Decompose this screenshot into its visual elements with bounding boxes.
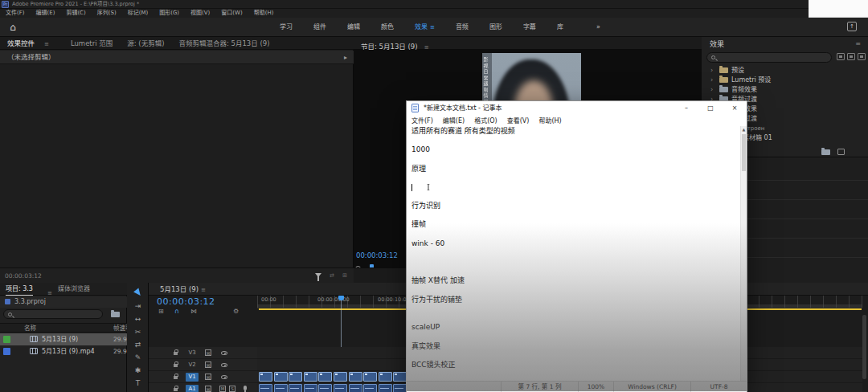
- timeline-scrollbar[interactable]: [862, 315, 866, 379]
- new-custom-bin-icon[interactable]: [821, 149, 830, 155]
- notepad-menu-item-4[interactable]: 帮助(H): [534, 116, 566, 126]
- menu-item-7[interactable]: 窗口(W): [215, 9, 248, 18]
- maximize-button[interactable]: □: [698, 101, 723, 116]
- track-select-forward-tool-icon[interactable]: ⇥: [127, 300, 149, 312]
- track-header-V3[interactable]: V3⊠: [149, 347, 257, 359]
- audio-clip-segment[interactable]: [393, 384, 407, 392]
- audio-clip-segment[interactable]: [259, 384, 272, 392]
- workspace-tab-库[interactable]: 库: [547, 18, 574, 37]
- home-icon[interactable]: ⌂: [6, 21, 19, 34]
- notepad-text-area[interactable]: 适用所有的赛道 所有类型的视频 1000 原理 I 行为识别 撞帧 wink -…: [407, 126, 740, 381]
- chevron-right-icon[interactable]: ›: [710, 85, 713, 95]
- audio-clip-segment[interactable]: [289, 384, 302, 392]
- track-name[interactable]: V1: [186, 373, 199, 382]
- track-header-V1[interactable]: V1⊠: [149, 371, 257, 383]
- filter-funnel-icon[interactable]: [315, 273, 321, 277]
- menu-item-5[interactable]: 图形(G): [154, 9, 185, 18]
- minimize-button[interactable]: –: [674, 101, 698, 116]
- sync-lock-icon[interactable]: ⊠: [205, 349, 211, 356]
- effect-controls-tab-1[interactable]: Lumetri 范围: [63, 37, 120, 49]
- audio-clip-segment[interactable]: [363, 384, 377, 392]
- hand-tool-icon[interactable]: ✱: [127, 364, 149, 377]
- linked-selection-icon[interactable]: ⋈: [190, 308, 197, 315]
- notepad-menu-item-2[interactable]: 格式(O): [469, 116, 502, 126]
- audio-clip-segment[interactable]: [379, 384, 392, 392]
- audio-clip-segment[interactable]: [318, 384, 332, 392]
- audio-clip-segment[interactable]: [334, 384, 347, 392]
- scroll-up-icon[interactable]: ▲: [741, 126, 747, 133]
- track-header-V2[interactable]: V2⊠: [149, 359, 257, 371]
- track-name[interactable]: V2: [186, 361, 199, 370]
- sync-lock-icon[interactable]: ⊠: [205, 361, 211, 368]
- 32bit-color-icon[interactable]: [847, 53, 855, 60]
- ripple-edit-tool-icon[interactable]: ↔: [127, 312, 149, 325]
- menu-item-1[interactable]: 编辑(E): [31, 9, 61, 18]
- effects-tree-row[interactable]: ›音频效果: [702, 85, 868, 95]
- notepad-menu-item-3[interactable]: 查看(V): [502, 116, 534, 126]
- notepad-menu-item-1[interactable]: 编辑(E): [438, 116, 469, 126]
- slip-tool-icon[interactable]: ⇄: [127, 338, 149, 351]
- tab-media-browser[interactable]: 媒体浏览器: [58, 283, 90, 296]
- scrollbar-thumb[interactable]: [742, 134, 746, 171]
- menu-item-3[interactable]: 序列(S): [92, 9, 122, 18]
- project-row[interactable]: 5月13日 (9).mp429.97: [0, 345, 127, 357]
- solo-button[interactable]: S: [229, 386, 235, 392]
- audio-clip-segment[interactable]: [274, 384, 288, 392]
- effects-search-input[interactable]: [706, 52, 832, 63]
- close-button[interactable]: ×: [723, 101, 747, 116]
- lock-icon[interactable]: [174, 388, 178, 391]
- timeline-settings-wrench-icon[interactable]: ⚙: [233, 308, 239, 315]
- tab-project[interactable]: 项目: 3.3: [6, 283, 33, 296]
- menu-item-2[interactable]: 剪辑(C): [60, 9, 91, 18]
- notepad-menu-item-0[interactable]: 文件(F): [407, 116, 438, 126]
- track-name[interactable]: A1: [186, 385, 199, 392]
- chevron-right-icon[interactable]: ›: [710, 66, 713, 76]
- track-output-eye-icon[interactable]: [221, 375, 227, 379]
- audio-clip-segment[interactable]: [349, 384, 362, 392]
- workspace-tab-图形[interactable]: 图形: [479, 18, 513, 37]
- delete-icon[interactable]: [837, 149, 845, 155]
- voiceover-mic-icon[interactable]: [244, 386, 247, 390]
- track-output-eye-icon[interactable]: [221, 351, 227, 355]
- video-clip-segment[interactable]: [274, 372, 288, 382]
- menu-item-6[interactable]: 视图(V): [185, 9, 215, 18]
- effects-tree-row[interactable]: ›预设: [702, 66, 868, 76]
- video-clip-segment[interactable]: [334, 372, 347, 382]
- notepad-title-bar[interactable]: *新建文本文档.txt - 记事本 –□×: [407, 101, 747, 116]
- menu-item-8[interactable]: 帮助(H): [248, 9, 280, 18]
- sync-lock-icon[interactable]: ⊠: [205, 386, 211, 392]
- workspace-tab-效果[interactable]: 效果≡: [404, 18, 445, 37]
- keyframe-icon[interactable]: ⇄: [330, 268, 334, 284]
- project-search-input[interactable]: [3, 309, 103, 319]
- video-clip-segment[interactable]: [318, 372, 332, 382]
- effects-tree-row[interactable]: ›Lumetri 预设: [702, 76, 868, 85]
- mute-button[interactable]: M: [219, 386, 226, 392]
- sync-lock-icon[interactable]: ⊠: [205, 374, 211, 380]
- video-clip-segment[interactable]: [259, 372, 272, 382]
- pen-tool-icon[interactable]: ✎: [127, 351, 149, 364]
- add-marker-icon[interactable]: ⊞: [158, 308, 164, 315]
- video-clip-segment[interactable]: [289, 372, 302, 382]
- new-bin-icon[interactable]: [111, 312, 120, 317]
- video-clip-segment[interactable]: [304, 372, 317, 382]
- track-output-eye-icon[interactable]: [221, 363, 227, 367]
- panel-menu-icon[interactable]: ≡: [855, 39, 861, 50]
- accelerated-effects-icon[interactable]: [837, 53, 845, 60]
- video-clip-segment[interactable]: [349, 372, 362, 382]
- label-color-swatch[interactable]: [3, 336, 10, 343]
- notepad-scrollbar[interactable]: ▲: [740, 126, 747, 381]
- playhead-head[interactable]: [338, 296, 344, 300]
- workspace-tab-音频[interactable]: 音频: [445, 18, 479, 37]
- workspace-tab-颜色[interactable]: 颜色: [371, 18, 404, 37]
- yuv-effects-icon[interactable]: [858, 53, 866, 60]
- menu-item-4[interactable]: 标记(M): [122, 9, 154, 18]
- panel-menu-icon[interactable]: ≡: [430, 24, 435, 31]
- workspace-tab-编辑[interactable]: 编辑: [337, 18, 371, 37]
- chevron-right-icon[interactable]: ›: [710, 76, 713, 85]
- timeline-sequence-tab[interactable]: 5月13日 (9)≡: [160, 283, 206, 296]
- video-clip-segment[interactable]: [393, 372, 407, 382]
- effect-controls-tab-0[interactable]: 效果控件≡: [0, 37, 63, 49]
- label-color-swatch[interactable]: [3, 348, 10, 355]
- workspace-tab-字幕[interactable]: 字幕: [513, 18, 547, 37]
- menu-item-0[interactable]: 文件(F): [0, 9, 31, 18]
